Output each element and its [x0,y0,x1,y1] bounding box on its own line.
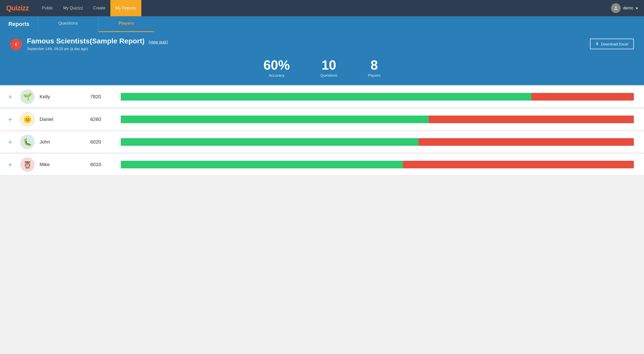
player-avatar: 🦉 [20,157,35,172]
player-score: 6010 [90,162,121,167]
player-score: 7820 [90,94,121,100]
svg-point-0 [615,6,617,8]
player-progress-bar [121,116,634,123]
nav-links: Public My Quizizz Create My Reports [37,0,141,16]
players-list: + 🌱 Kelly 7820 + 🌞 Daniel 6260 + 🐛 John … [0,86,644,175]
stat-accuracy-value: 60% [263,58,290,72]
stat-accuracy: 60% Accuracy [263,58,290,77]
tab-questions[interactable]: Questions [38,16,98,32]
player-progress-bar [121,161,634,168]
back-button[interactable] [10,39,22,50]
report-info: Famous Scientists(Sample Report) (view q… [27,37,590,51]
player-score: 6260 [90,117,121,122]
player-row: + 🌞 Daniel 6260 [0,109,644,130]
report-header: Famous Scientists(Sample Report) (view q… [0,32,644,51]
player-name: John [40,139,90,145]
player-score: 6020 [90,139,121,145]
brand-text: Quizizz [6,4,29,12]
nav-public[interactable]: Public [37,0,58,16]
player-add-button[interactable]: + [0,161,20,169]
player-add-button[interactable]: + [0,138,20,146]
stat-players-label: Players [368,73,381,77]
bar-incorrect [429,116,634,123]
navbar: Quizizz Public My Quizizz Create My Repo… [0,0,644,16]
player-avatar: 🌞 [20,112,35,126]
download-icon: ⬇ [596,42,599,46]
report-date: September 14th, 09:25 am (a day ago) [27,47,590,51]
header-section: Reports Questions Players Famous Scienti… [0,16,644,85]
player-name: Mike [40,162,90,167]
stat-questions-label: Questions [320,73,337,77]
stat-players-value: 8 [368,58,381,72]
stat-questions-value: 10 [320,58,337,72]
bar-correct [121,116,429,123]
username: demo [623,6,633,10]
player-row: + 🦉 Mike 6010 [0,154,644,175]
dropdown-arrow: ▾ [636,6,638,11]
download-excel-button[interactable]: ⬇ Download Excel [590,39,634,49]
players-section: + 🌱 Kelly 7820 + 🌞 Daniel 6260 + 🐛 John … [0,85,644,187]
avatar [611,3,621,13]
player-add-button[interactable]: + [0,93,20,101]
bar-correct [121,161,403,168]
player-row: + 🌱 Kelly 7820 [0,86,644,108]
user-menu[interactable]: demo ▾ [611,3,638,13]
brand-logo: Quizizz [6,4,29,12]
bar-correct [121,138,418,146]
stat-accuracy-label: Accuracy [263,73,290,77]
report-title: Famous Scientists(Sample Report) (view q… [27,37,590,45]
bar-incorrect [403,161,634,168]
stat-players: 8 Players [368,58,381,77]
player-avatar: 🌱 [20,90,35,104]
bar-incorrect [531,93,634,101]
nav-my-quizizz[interactable]: My Quizizz [58,0,88,16]
stat-questions: 10 Questions [320,58,337,77]
player-row: + 🐛 John 6020 [0,131,644,153]
tabs-bar: Reports Questions Players [0,16,644,32]
tab-players[interactable]: Players [98,16,155,32]
player-progress-bar [121,138,634,146]
player-progress-bar [121,93,634,101]
view-quiz-link[interactable]: (view quiz) [148,40,168,44]
stats-bar: 60% Accuracy 10 Questions 8 Players [0,51,644,85]
bar-correct [121,93,531,101]
player-name: Kelly [40,94,90,100]
player-avatar: 🐛 [20,135,35,149]
nav-create[interactable]: Create [88,0,110,16]
reports-heading: Reports [0,16,40,32]
player-name: Daniel [40,117,90,122]
bar-incorrect [418,138,634,146]
nav-my-reports[interactable]: My Reports [110,0,141,16]
player-add-button[interactable]: + [0,116,20,123]
